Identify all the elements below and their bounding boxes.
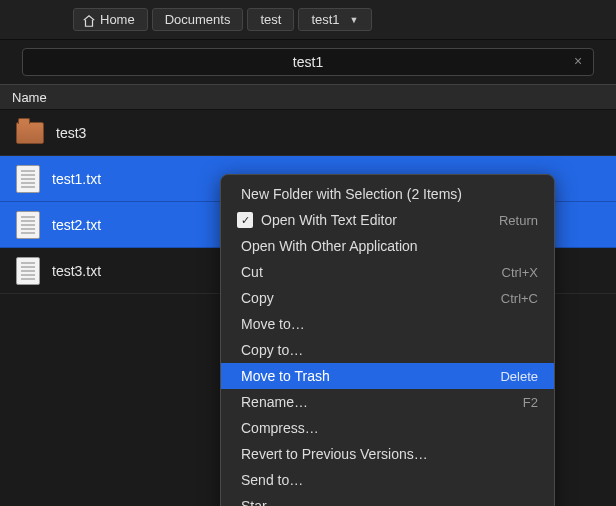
menu-label: Open With Other Application [241,238,418,254]
path-home-label: Home [100,12,135,27]
menu-send-to[interactable]: Send to… [221,467,554,493]
path-documents-label: Documents [165,12,231,27]
path-test1-button[interactable]: test1 ▼ [298,8,371,31]
menu-rename[interactable]: Rename… F2 [221,389,554,415]
check-icon: ✓ [237,212,253,228]
menu-label: Move to… [241,316,305,332]
menu-open-text-editor[interactable]: ✓ Open With Text Editor Return [221,207,554,233]
menu-star[interactable]: Star [221,493,554,506]
search-row: × [0,40,616,84]
file-name-label: test1.txt [52,171,101,187]
chevron-down-icon: ▼ [350,15,359,25]
column-name-label: Name [12,90,47,105]
menu-accelerator: Delete [500,369,538,384]
menu-accelerator: Ctrl+X [502,265,538,280]
menu-label: New Folder with Selection (2 Items) [241,186,462,202]
path-test-button[interactable]: test [247,8,294,31]
menu-accelerator: Return [499,213,538,228]
menu-label: Move to Trash [241,368,330,384]
close-icon: × [574,53,582,69]
menu-move-to-trash[interactable]: Move to Trash Delete [221,363,554,389]
menu-copy-to[interactable]: Copy to… [221,337,554,363]
menu-label: Copy to… [241,342,303,358]
folder-icon [16,122,44,144]
menu-cut[interactable]: Cut Ctrl+X [221,259,554,285]
menu-new-folder-selection[interactable]: New Folder with Selection (2 Items) [221,181,554,207]
menu-label: Rename… [241,394,308,410]
path-documents-button[interactable]: Documents [152,8,244,31]
menu-label: Send to… [241,472,303,488]
menu-label: Copy [241,290,274,306]
path-test-label: test [260,12,281,27]
path-bar: Home Documents test test1 ▼ [73,8,372,31]
menu-accelerator: Ctrl+C [501,291,538,306]
search-clear-button[interactable]: × [569,53,587,69]
text-file-icon [16,211,40,239]
column-header-row[interactable]: Name [0,84,616,110]
menu-label: Compress… [241,420,319,436]
menu-label: Open With Text Editor [261,212,397,228]
file-name-label: test3 [56,125,86,141]
menu-label: Revert to Previous Versions… [241,446,428,462]
menu-compress[interactable]: Compress… [221,415,554,441]
file-name-label: test3.txt [52,263,101,279]
menu-label: Star [241,498,267,506]
text-file-icon [16,165,40,193]
menu-accelerator: F2 [523,395,538,410]
context-menu: New Folder with Selection (2 Items) ✓ Op… [220,174,555,506]
search-input[interactable] [23,54,593,70]
text-file-icon [16,257,40,285]
top-bar: Home Documents test test1 ▼ [0,0,616,40]
search-box: × [22,48,594,76]
file-row-folder[interactable]: test3 [0,110,616,156]
menu-open-other-app[interactable]: Open With Other Application [221,233,554,259]
path-test1-label: test1 [311,12,339,27]
menu-move-to[interactable]: Move to… [221,311,554,337]
menu-copy[interactable]: Copy Ctrl+C [221,285,554,311]
home-icon [82,14,94,26]
menu-revert-versions[interactable]: Revert to Previous Versions… [221,441,554,467]
file-name-label: test2.txt [52,217,101,233]
menu-label: Cut [241,264,263,280]
path-home-button[interactable]: Home [73,8,148,31]
